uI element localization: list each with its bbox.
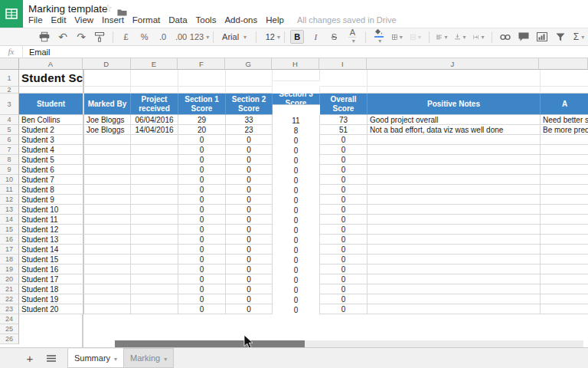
cell[interactable] [83, 87, 131, 94]
cell[interactable] [131, 195, 178, 205]
cell[interactable] [131, 205, 178, 215]
cell[interactable]: Student 8 [19, 185, 83, 195]
menu-help[interactable]: Help [266, 15, 284, 25]
table-header-cell[interactable]: Marked By [83, 94, 131, 115]
cell[interactable] [83, 235, 131, 245]
row-header[interactable]: 17 [0, 245, 19, 255]
row-header[interactable]: 11 [0, 185, 19, 195]
cell[interactable] [541, 145, 588, 155]
cell[interactable] [131, 304, 178, 314]
format-currency-button[interactable]: £ [119, 29, 133, 44]
cell[interactable] [131, 185, 178, 195]
cell[interactable]: 51 [320, 125, 368, 135]
cell[interactable] [131, 225, 178, 235]
cell[interactable] [541, 165, 588, 175]
cell[interactable]: 0 [226, 195, 273, 205]
merge-cells-button[interactable] [409, 29, 423, 44]
cell[interactable] [131, 294, 178, 304]
cell[interactable]: 0 [178, 225, 226, 235]
cell[interactable]: 0 [320, 135, 368, 145]
row-header[interactable]: 3 [0, 94, 19, 115]
menu-insert[interactable]: Insert [102, 15, 124, 25]
cell[interactable]: 0 [226, 165, 273, 175]
row-header[interactable]: 20 [0, 274, 19, 284]
column-header[interactable]: I [319, 58, 367, 70]
cell[interactable]: Student 14 [19, 245, 83, 255]
empty-area[interactable] [19, 324, 588, 334]
table-header-cell[interactable]: Section 3 Score [273, 94, 320, 105]
table-header-cell[interactable]: Section 1 Score [178, 94, 226, 115]
cell[interactable]: 06/04/2016 [131, 115, 178, 125]
cell[interactable]: 0 [226, 205, 273, 215]
cell[interactable]: Student 13 [19, 235, 83, 245]
cell[interactable]: 0 [226, 255, 273, 264]
cell[interactable]: 73 [320, 115, 368, 125]
row-header[interactable]: 18 [0, 255, 19, 264]
cell[interactable] [368, 245, 541, 255]
cell[interactable]: 0 [226, 284, 273, 294]
insert-comment-button[interactable] [517, 29, 531, 44]
cell[interactable] [368, 304, 541, 314]
cell[interactable] [541, 205, 588, 215]
cell[interactable] [541, 304, 588, 314]
cell[interactable]: 0 [178, 274, 226, 284]
cell[interactable]: 0 [320, 175, 368, 185]
cell[interactable] [541, 255, 588, 264]
table-header-cell[interactable]: Overall Score [320, 94, 368, 115]
column-header[interactable]: H [272, 58, 319, 70]
cell[interactable] [541, 215, 588, 225]
cell[interactable]: 0 [320, 264, 368, 274]
row-header[interactable]: 13 [0, 205, 19, 215]
italic-button[interactable]: I [309, 29, 322, 44]
cell[interactable]: Student 12 [19, 225, 83, 235]
cell[interactable]: 33 [226, 115, 273, 125]
cell[interactable] [226, 70, 273, 87]
cell[interactable]: Student 10 [19, 205, 83, 215]
more-formats-button[interactable]: 123 [193, 29, 207, 44]
column-header[interactable]: F [178, 58, 225, 70]
cell[interactable] [368, 155, 541, 165]
cell[interactable] [83, 195, 131, 205]
cell[interactable]: 0 [178, 215, 226, 225]
cell[interactable]: 0 [320, 145, 368, 155]
cell[interactable] [368, 195, 541, 205]
cell[interactable]: 0 [178, 264, 226, 274]
cell[interactable]: 0 [178, 255, 226, 264]
column-header[interactable] [539, 58, 588, 70]
cell[interactable]: Student 11 [19, 215, 83, 225]
formula-input[interactable]: Email [23, 48, 51, 57]
row-header[interactable]: 14 [0, 215, 19, 225]
sheet-tab-summary[interactable]: Summary [67, 348, 124, 368]
cell[interactable] [541, 70, 588, 87]
font-family-select[interactable]: Arial [219, 29, 250, 44]
table-header-cell[interactable]: A [541, 94, 588, 115]
menu-view[interactable]: View [74, 15, 93, 25]
cell[interactable]: Need better sectio [541, 115, 588, 125]
cell[interactable]: 0 [320, 274, 368, 284]
cell[interactable] [131, 135, 178, 145]
cell[interactable] [131, 175, 178, 185]
cell[interactable]: 0 [178, 165, 226, 175]
decrease-decimals-button[interactable]: .0 [156, 29, 170, 44]
cell[interactable]: Student 6 [19, 165, 83, 175]
cell[interactable] [368, 215, 541, 225]
table-header-cell[interactable]: Student [19, 94, 83, 115]
cell[interactable] [368, 274, 541, 284]
menu-addons[interactable]: Add-ons [224, 15, 257, 25]
cell[interactable]: 0 [320, 255, 368, 264]
menu-edit[interactable]: Edit [51, 15, 67, 25]
cell[interactable]: 20 [178, 125, 226, 135]
cell[interactable]: 0 [226, 294, 273, 304]
paint-format-button[interactable] [93, 29, 106, 44]
cell[interactable]: 0 [320, 284, 368, 294]
horizontal-scrollbar-thumb[interactable] [115, 340, 305, 347]
cell[interactable]: Student 15 [19, 255, 83, 264]
chevron-down-icon[interactable] [164, 353, 167, 363]
row-header[interactable]: 1 [0, 70, 19, 87]
cell[interactable]: Student 16 [19, 264, 83, 274]
cell[interactable] [541, 245, 588, 255]
cell[interactable] [83, 205, 131, 215]
table-header-cell[interactable]: Section 2 Score [226, 94, 273, 115]
cell[interactable] [83, 225, 131, 235]
cell[interactable]: 0 [178, 175, 226, 185]
